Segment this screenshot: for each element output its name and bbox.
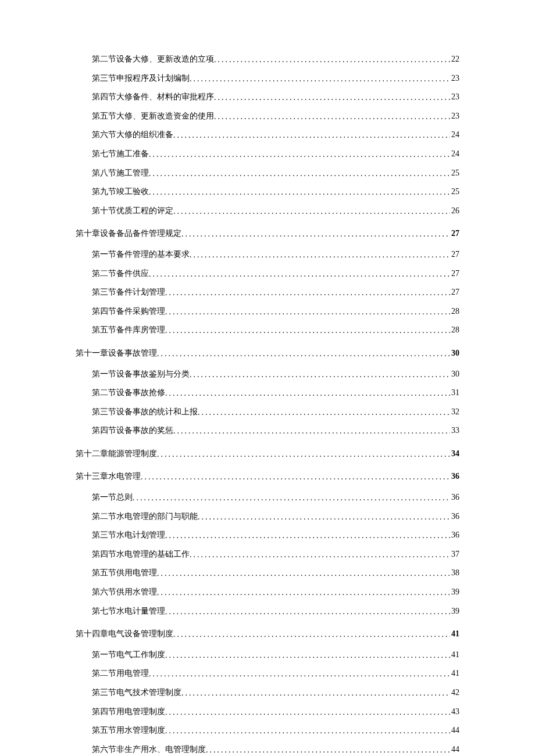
toc-leader-dots bbox=[157, 449, 450, 460]
toc-entry-title: 第五节备件库房管理 bbox=[92, 324, 165, 336]
toc-entry-title: 第五节供用电管理 bbox=[92, 567, 157, 579]
toc-entry-title: 第七节水电计量管理 bbox=[92, 605, 165, 617]
toc-entry-title: 第十四章电气设备管理制度 bbox=[76, 628, 173, 640]
toc-entry-page: 27 bbox=[450, 228, 459, 239]
toc-entry-title: 第一节电气工作制度 bbox=[92, 649, 165, 661]
toc-entry: 第四节用电管理制度43 bbox=[76, 706, 459, 718]
toc-entry-page: 44 bbox=[450, 744, 459, 755]
toc-entry-title: 第二节设备事故抢修 bbox=[92, 387, 165, 399]
toc-entry-title: 第三节水电计划管理 bbox=[92, 529, 165, 541]
toc-entry-title: 第二节水电管理的部门与职能 bbox=[92, 511, 198, 522]
toc-entry: 第一节备件管理的基本要求27 bbox=[76, 249, 459, 260]
toc-entry-page: 31 bbox=[450, 387, 459, 399]
toc-entry-title: 第三节申报程序及计划编制 bbox=[92, 73, 190, 84]
toc-entry-page: 23 bbox=[450, 73, 459, 84]
toc-entry: 第九节竣工验收25 bbox=[76, 186, 459, 198]
toc-leader-dots bbox=[141, 471, 450, 483]
toc-entry-title: 第十一章设备事故管理 bbox=[76, 347, 157, 359]
toc-entry-title: 第十三章水电管理 bbox=[76, 471, 141, 482]
toc-entry: 第八节施工管理25 bbox=[76, 167, 459, 179]
toc-entry-title: 第九节竣工验收 bbox=[92, 186, 149, 198]
toc-entry: 第十二章能源管理制度34 bbox=[76, 448, 459, 460]
toc-leader-dots bbox=[173, 629, 450, 640]
toc-leader-dots bbox=[190, 549, 450, 561]
toc-entry-page: 28 bbox=[450, 306, 459, 317]
toc-entry-page: 36 bbox=[450, 511, 459, 522]
toc-entry-page: 39 bbox=[450, 586, 459, 598]
toc-entry-title: 第六节非生产用水、电管理制度 bbox=[92, 744, 206, 755]
toc-leader-dots bbox=[149, 668, 450, 680]
toc-leader-dots bbox=[133, 492, 450, 504]
toc-entry: 第二节设备大修、更新改造的立项22 bbox=[76, 53, 459, 65]
toc-entry: 第三节申报程序及计划编制23 bbox=[76, 73, 459, 84]
toc-entry: 第三节设备事故的统计和上报32 bbox=[76, 406, 459, 418]
toc-entry: 第四节设备事故的奖惩33 bbox=[76, 425, 459, 436]
toc-leader-dots bbox=[165, 287, 450, 299]
toc-entry: 第五节用水管理制度44 bbox=[76, 725, 459, 736]
toc-entry: 第三节水电计划管理36 bbox=[76, 529, 459, 541]
toc-entry: 第二节水电管理的部门与职能36 bbox=[76, 511, 459, 522]
toc-leader-dots bbox=[149, 187, 450, 198]
toc-entry-title: 第六节大修的组织准备 bbox=[92, 129, 173, 141]
toc-entry-title: 第一节备件管理的基本要求 bbox=[92, 249, 190, 260]
toc-entry: 第四节大修备件、材料的审批程序23 bbox=[76, 91, 459, 103]
toc-entry-page: 37 bbox=[450, 549, 459, 560]
toc-entry-title: 第二节备件供应 bbox=[92, 268, 149, 280]
toc-entry: 第十三章水电管理36 bbox=[76, 471, 459, 482]
toc-entry: 第十一章设备事故管理30 bbox=[76, 347, 459, 359]
toc-entry-page: 43 bbox=[450, 706, 459, 718]
toc-entry-title: 第五节用水管理制度 bbox=[92, 725, 165, 736]
toc-entry-page: 34 bbox=[450, 448, 459, 460]
toc-entry-page: 26 bbox=[450, 205, 459, 217]
toc-entry: 第四节备件采购管理28 bbox=[76, 306, 459, 317]
toc-entry: 第十章设备备品备件管理规定27 bbox=[76, 228, 459, 239]
toc-entry: 第五节大修、更新改造资金的使用23 bbox=[76, 110, 459, 122]
toc-entry-page: 23 bbox=[450, 110, 459, 122]
toc-entry-page: 36 bbox=[450, 529, 459, 541]
toc-entry: 第六节大修的组织准备24 bbox=[76, 129, 459, 141]
toc-leader-dots bbox=[173, 206, 450, 217]
toc-entry: 第七节施工准备24 bbox=[76, 148, 459, 160]
toc-entry: 第十四章电气设备管理制度41 bbox=[76, 628, 459, 640]
toc-entry-page: 36 bbox=[450, 471, 459, 482]
toc-entry: 第一节设备事故鉴别与分类30 bbox=[76, 368, 459, 380]
document-page: 第二节设备大修、更新改造的立项22第三节申报程序及计划编制23第四节大修备件、材… bbox=[0, 0, 535, 756]
toc-entry-page: 22 bbox=[450, 53, 459, 65]
toc-entry-title: 第六节供用水管理 bbox=[92, 586, 157, 598]
toc-entry-page: 41 bbox=[450, 649, 459, 661]
toc-entry-title: 第三节设备事故的统计和上报 bbox=[92, 406, 198, 418]
toc-entry-title: 第四节用电管理制度 bbox=[92, 706, 165, 718]
toc-entry: 第二节设备事故抢修31 bbox=[76, 387, 459, 399]
toc-entry-page: 32 bbox=[450, 406, 459, 418]
toc-entry-title: 第二节用电管理 bbox=[92, 668, 149, 679]
toc-entry-page: 27 bbox=[450, 286, 459, 298]
toc-leader-dots bbox=[190, 73, 450, 85]
toc-entry: 第五节备件库房管理28 bbox=[76, 324, 459, 336]
toc-entry-page: 42 bbox=[450, 687, 459, 698]
toc-leader-dots bbox=[149, 268, 450, 280]
toc-entry: 第七节水电计量管理39 bbox=[76, 605, 459, 617]
toc-entry: 第三节电气技术管理制度42 bbox=[76, 687, 459, 698]
toc-entry-page: 44 bbox=[450, 725, 459, 736]
toc-entry: 第二节备件供应27 bbox=[76, 268, 459, 280]
toc-leader-dots bbox=[173, 425, 450, 437]
toc-entry-page: 23 bbox=[450, 91, 459, 103]
toc-entry-title: 第四节备件采购管理 bbox=[92, 306, 165, 317]
table-of-contents: 第二节设备大修、更新改造的立项22第三节申报程序及计划编制23第四节大修备件、材… bbox=[76, 53, 459, 756]
toc-entry-page: 24 bbox=[450, 129, 459, 141]
toc-leader-dots bbox=[157, 587, 450, 599]
toc-entry-page: 41 bbox=[450, 628, 459, 640]
toc-leader-dots bbox=[165, 725, 450, 737]
toc-leader-dots bbox=[214, 54, 450, 66]
toc-leader-dots bbox=[149, 168, 450, 180]
toc-leader-dots bbox=[165, 650, 450, 661]
toc-entry-page: 27 bbox=[450, 249, 459, 260]
toc-entry-page: 39 bbox=[450, 605, 459, 617]
toc-entry-page: 27 bbox=[450, 268, 459, 280]
toc-entry-title: 第八节施工管理 bbox=[92, 167, 149, 179]
toc-leader-dots bbox=[165, 707, 450, 718]
toc-entry: 第六节供用水管理39 bbox=[76, 586, 459, 598]
toc-entry-title: 第四节水电管理的基础工作 bbox=[92, 549, 190, 560]
toc-leader-dots bbox=[206, 744, 450, 756]
toc-entry-page: 33 bbox=[450, 425, 459, 436]
